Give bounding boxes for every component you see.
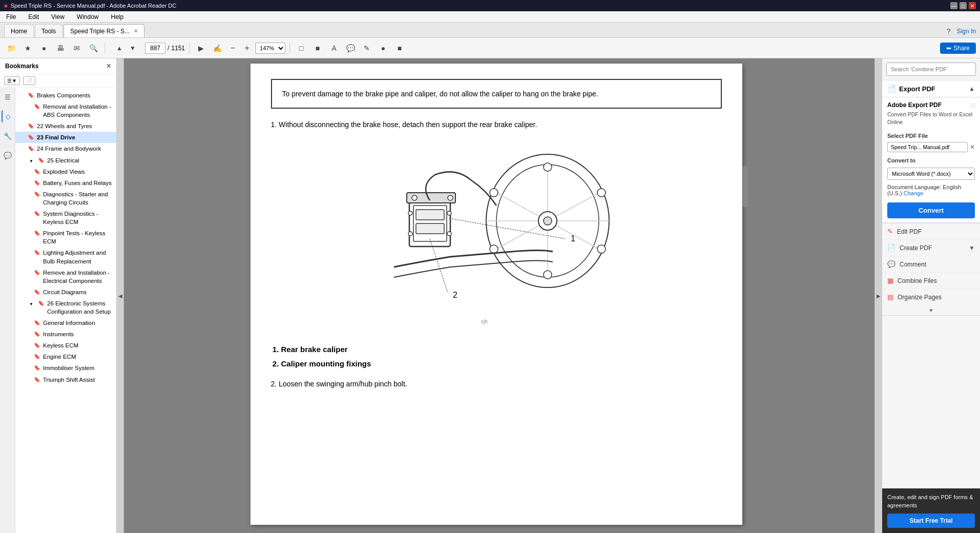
tab-document[interactable]: Speed Triple RS - S... ✕ [64,24,144,37]
sidebar-item-remove-elec[interactable]: 🔖 Remove and Installation - Electrical C… [15,267,116,286]
select-tool-button[interactable]: ▶ [194,41,208,55]
tab-home[interactable]: Home [4,24,34,37]
edit-pdf-tool[interactable]: ✎ Edit PDF [882,223,980,240]
sidebar-item-triumph-shift[interactable]: 🔖 Triumph Shift Assist [15,374,116,385]
bookmark-icon-triumph-shift: 🔖 [34,376,40,383]
comment-tool[interactable]: 💬 Comment [882,256,980,273]
tab-tools[interactable]: Tools [35,24,62,37]
svg-point-21 [408,211,412,215]
zoom-select[interactable]: 147% 100% 125% 150% 200% [255,43,285,54]
sidebar-collapse-handle[interactable]: ◀ [117,58,124,533]
menu-window[interactable]: Window [75,12,101,22]
pdf-scrollbar-thumb[interactable] [743,166,748,207]
sidebar-label-pinpoint: Pinpoint Tests - Keyless ECM [43,229,112,245]
select-file-label: Select PDF File [882,130,980,140]
help-icon[interactable]: ? [947,27,951,35]
page-number-input[interactable] [145,43,165,54]
svg-point-22 [408,232,412,236]
edit-pdf-icon: ✎ [887,228,893,235]
sidebar-label-immobiliser: Immobiliser System [43,364,112,372]
bookmark-icon-battery: 🔖 [34,179,40,187]
measure-button[interactable]: ✎ [360,41,374,55]
panel-pages-icon[interactable]: ◇ [2,110,14,122]
sidebar-item-22[interactable]: 🔖 22 Wheels and Tyres [15,120,116,132]
sidebar-item-26[interactable]: 🔖 26 Electronic Systems Configuration an… [15,298,116,317]
tools-extra-button[interactable]: ● [376,41,390,55]
sidebar-item-engine-ecm[interactable]: 🔖 Engine ECM [15,351,116,362]
menu-file[interactable]: File [4,12,18,22]
sidebar-body: ☰ ◇ 🔧 💬 🔖 Brakes Components 🔖 Removal an… [0,88,116,533]
sidebar-item-system-diag[interactable]: 🔖 System Diagnostics - Keyless ECM [15,208,116,228]
sidebar-item-pinpoint[interactable]: 🔖 Pinpoint Tests - Keyless ECM [15,228,116,247]
close-button[interactable]: ✕ [969,2,976,9]
file-close-button[interactable]: ✕ [970,144,975,151]
panel-comments-icon[interactable]: 💬 [2,149,14,161]
organize-pages-icon: ▤ [887,293,893,301]
redact-button[interactable]: ■ [392,41,407,55]
adobe-export-copy-icon[interactable]: □ [971,101,975,109]
create-pdf-tool[interactable]: 📄 Create PDF ▼ [882,240,980,256]
sidebar-item-brakes-components[interactable]: 🔖 Brakes Components [15,90,116,101]
toolbar-email-button[interactable]: ✉ [70,41,84,55]
start-trial-button[interactable]: Start Free Trial [887,514,975,528]
sidebar-item-battery[interactable]: 🔖 Battery, Fuses and Relays [15,177,116,189]
sidebar-item-23[interactable]: 🔖 23 Final Drive [15,132,116,143]
sidebar-item-exploded[interactable]: 🔖 Exploded Views [15,166,116,177]
adobe-export-title: Adobe Export PDF [887,101,942,109]
sidebar-label-brakes: Brakes Components [37,91,112,99]
marquee-zoom-button[interactable]: □ [294,41,308,55]
sidebar-item-24[interactable]: 🔖 24 Frame and Bodywork [15,143,116,154]
toolbar-open-button[interactable]: 📁 [4,41,18,55]
sidebar-item-general-info[interactable]: 🔖 General Information [15,317,116,329]
comment-button[interactable]: 💬 [343,41,358,55]
doc-lang-change-link[interactable]: Change [904,190,924,196]
convert-button[interactable]: Convert [887,202,975,218]
sidebar-item-immobiliser[interactable]: 🔖 Immobiliser System [15,362,116,374]
minimize-button[interactable]: — [950,2,957,9]
toolbar-print-button[interactable]: 🖶 [53,41,68,55]
export-pdf-expand-icon[interactable]: ▲ [969,85,975,92]
share-button[interactable]: ⬅ Share [940,43,976,54]
export-pdf-header[interactable]: 📄 Export PDF ▲ [882,80,980,97]
selected-file-name[interactable]: Speed Trip... Manual.pdf [887,142,968,152]
more-tools-button[interactable]: ▼ [882,305,980,316]
highlight-button[interactable]: A [327,41,341,55]
menu-help[interactable]: Help [109,12,126,22]
expand-25-icon[interactable] [28,156,35,165]
panel-tools-icon[interactable]: 🔧 [2,130,14,142]
expand-26-icon[interactable] [28,299,35,308]
organize-pages-tool[interactable]: ▤ Organize Pages [882,289,980,305]
stamp-button[interactable]: ■ [310,41,325,55]
combine-pdf-search-input[interactable] [886,63,976,76]
sidebar-item-lighting[interactable]: 🔖 Lighting Adjustment and Bulb Replaceme… [15,247,116,266]
toolbar-handtool-button[interactable]: ● [37,41,51,55]
pdf-area: To prevent damage to the brake pipe and … [124,58,874,533]
sign-in-button[interactable]: Sign In [957,28,976,35]
combine-files-tool[interactable]: ▦ Combine Files [882,273,980,289]
maximize-button[interactable]: □ [960,2,967,9]
sidebar-expand-button[interactable]: 📄 [23,76,35,85]
right-panel-expand-handle[interactable]: ▶ [874,58,882,533]
zoom-in-button[interactable]: + [241,42,253,54]
sidebar-item-circuit[interactable]: 🔖 Circuit Diagrams [15,286,116,298]
sidebar-item-25[interactable]: 🔖 25 Electrical [15,155,116,166]
sidebar-item-removal-abs[interactable]: 🔖 Removal and Installation -ABS Componen… [15,101,116,120]
tab-close-button[interactable]: ✕ [134,28,138,34]
next-page-button[interactable]: ▼ [127,42,139,54]
sidebar-close-button[interactable]: ✕ [106,63,111,70]
prev-page-button[interactable]: ▲ [113,42,126,54]
menu-edit[interactable]: Edit [26,12,41,22]
convert-format-select[interactable]: Microsoft Word (*.docx) [887,168,975,180]
sidebar-item-diagnostics[interactable]: 🔖 Diagnostics - Starter and Charging Cir… [15,189,116,208]
toolbar-bookmark-button[interactable]: ★ [20,41,35,55]
sidebar-item-keyless-ecm[interactable]: 🔖 Keyless ECM [15,340,116,351]
panel-bookmarks-icon[interactable]: ☰ [2,91,14,103]
hand-tool-button[interactable]: ✍ [210,41,224,55]
bookmark-icon-24: 🔖 [28,145,34,152]
menu-view[interactable]: View [49,12,67,22]
sidebar-view-toggle[interactable]: ☰▼ [4,76,20,85]
sidebar-item-instruments[interactable]: 🔖 Instruments [15,329,116,340]
toolbar-search-button[interactable]: 🔍 [86,41,100,55]
create-pdf-expand-icon[interactable]: ▼ [969,244,975,252]
zoom-out-button[interactable]: − [226,42,239,54]
